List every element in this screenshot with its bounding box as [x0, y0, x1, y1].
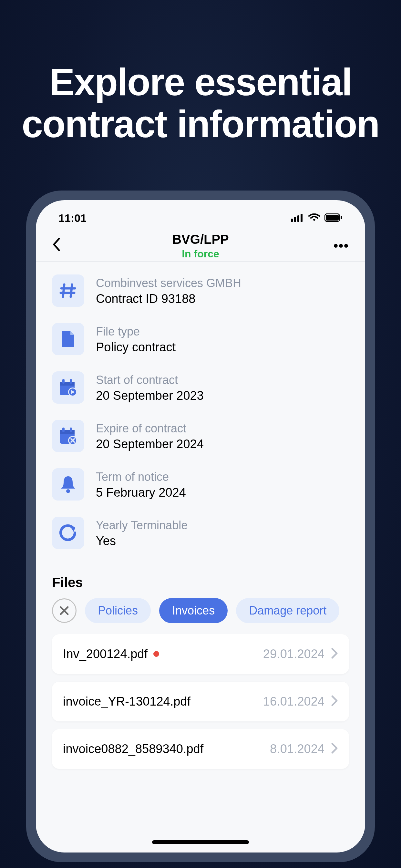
file-list: Inv_200124.pdf 29.01.2024 invoice_YR-130… [36, 634, 365, 769]
detail-label: Yearly Terminable [96, 519, 188, 532]
detail-label: File type [96, 325, 176, 338]
svg-rect-9 [62, 379, 65, 383]
file-icon [52, 323, 84, 355]
detail-label: Expire of contract [96, 422, 204, 435]
file-name: Inv_200124.pdf [63, 647, 148, 661]
new-indicator-icon [153, 651, 159, 657]
file-name: invoice_YR-130124.pdf [63, 694, 190, 709]
svg-rect-14 [60, 430, 74, 434]
status-badge: In force [172, 248, 229, 260]
calendar-expire-icon [52, 420, 84, 452]
cellular-icon [291, 212, 304, 224]
chevron-right-icon [331, 695, 338, 708]
detail-label: Start of contract [96, 373, 204, 387]
svg-rect-15 [62, 428, 65, 432]
chevron-right-icon [331, 647, 338, 660]
chevron-right-icon [331, 742, 338, 755]
files-section-title: Files [36, 571, 365, 598]
bell-icon [52, 468, 84, 500]
calendar-start-icon [52, 371, 84, 404]
detail-company: Combinvest services GMBH Contract ID 931… [52, 275, 349, 307]
filter-damage-report[interactable]: Damage report [236, 598, 339, 623]
phone-screen: 11:01 BVG/LPP In force • [36, 200, 365, 852]
contract-details: Combinvest services GMBH Contract ID 931… [36, 261, 365, 571]
file-item[interactable]: invoice_YR-130124.pdf 16.01.2024 [52, 682, 349, 721]
svg-point-19 [66, 489, 70, 493]
svg-rect-1 [294, 217, 296, 222]
more-button[interactable]: ••• [330, 239, 349, 253]
detail-value: Contract ID 93188 [96, 292, 241, 306]
home-indicator[interactable] [152, 840, 249, 844]
file-item[interactable]: invoice0882_8589340.pdf 8.01.2024 [52, 729, 349, 769]
file-date: 29.01.2024 [263, 647, 325, 661]
status-bar: 11:01 [36, 200, 365, 228]
svg-rect-2 [297, 215, 299, 222]
detail-terminable: Yearly Terminable Yes [52, 517, 349, 549]
detail-expire: Expire of contract 20 September 2024 [52, 420, 349, 452]
filter-row: Policies Invoices Damage report [36, 598, 365, 634]
detail-file-type: File type Policy contract [52, 323, 349, 355]
back-button[interactable] [52, 237, 71, 255]
detail-value: Policy contract [96, 340, 176, 354]
page-title: BVG/LPP [172, 232, 229, 247]
svg-rect-5 [326, 215, 339, 221]
detail-notice: Term of notice 5 February 2024 [52, 468, 349, 500]
detail-start: Start of contract 20 September 2023 [52, 371, 349, 404]
file-date: 16.01.2024 [263, 694, 325, 709]
battery-icon [325, 212, 343, 224]
clear-filters-button[interactable] [52, 598, 76, 623]
svg-rect-10 [70, 379, 72, 383]
detail-value: 5 February 2024 [96, 486, 186, 500]
file-item[interactable]: Inv_200124.pdf 29.01.2024 [52, 634, 349, 674]
detail-label: Combinvest services GMBH [96, 276, 241, 290]
detail-value: 20 September 2023 [96, 389, 204, 403]
hash-icon [52, 275, 84, 307]
file-name: invoice0882_8589340.pdf [63, 742, 204, 756]
marketing-headline: Explore essential contract information [0, 61, 401, 145]
svg-rect-0 [291, 219, 293, 222]
nav-bar: BVG/LPP In force ••• [36, 228, 365, 261]
svg-rect-3 [301, 214, 303, 222]
filter-policies[interactable]: Policies [85, 598, 151, 623]
svg-rect-8 [60, 382, 74, 385]
detail-value: Yes [96, 534, 188, 548]
phone-frame: 11:01 BVG/LPP In force • [26, 190, 375, 862]
svg-rect-16 [70, 428, 72, 432]
status-time: 11:01 [58, 212, 87, 224]
detail-label: Term of notice [96, 470, 186, 484]
refresh-icon [52, 517, 84, 549]
svg-rect-6 [341, 216, 342, 219]
detail-value: 20 September 2024 [96, 437, 204, 451]
file-date: 8.01.2024 [270, 742, 325, 756]
filter-invoices[interactable]: Invoices [159, 598, 227, 623]
wifi-icon [308, 212, 320, 224]
